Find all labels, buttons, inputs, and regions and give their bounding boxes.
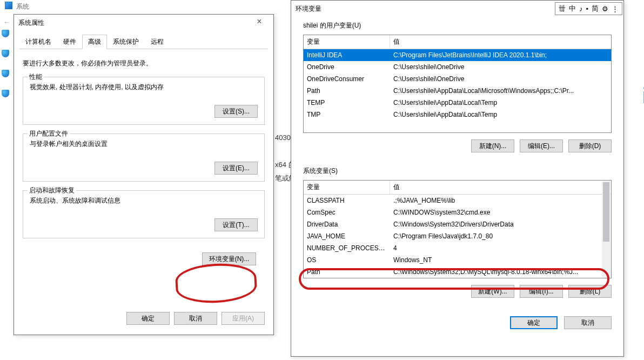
- new-user-var-button[interactable]: 新建(N)...: [471, 139, 514, 152]
- group-performance: 性能 视觉效果, 处理器计划, 内存使用, 以及虚拟内存 设置(S)...: [23, 77, 265, 125]
- shield-icon: [2, 50, 9, 57]
- bg-title: 系统: [16, 2, 29, 11]
- ime-item[interactable]: ♪: [578, 5, 584, 13]
- user-vars-label: shilei 的用户变量(U): [303, 21, 612, 30]
- table-row[interactable]: JAVA_HOMEC:\Program Files\Java\jdk1.7.0_…: [304, 230, 611, 242]
- environment-variables-dialog: 环境变量 丗中♪•简⚙⋮ shilei 的用户变量(U) 变量 值 Intell…: [291, 0, 624, 357]
- table-row[interactable]: OneDriveC:\Users\shilei\OneDrive: [304, 61, 611, 73]
- cell-val: C:\WINDOWS\system32\cmd.exe: [390, 208, 611, 217]
- col-value[interactable]: 值: [390, 35, 611, 49]
- ime-toolbar[interactable]: 丗中♪•简⚙⋮: [555, 2, 622, 15]
- table-body: CLASSPATH.;%JAVA_HOME%\libComSpecC:\WIND…: [304, 195, 611, 278]
- ime-item[interactable]: ⚙: [601, 5, 609, 13]
- table-row[interactable]: DriverDataC:\Windows\System32\Drivers\Dr…: [304, 218, 611, 230]
- sys-vars-table[interactable]: 变量 值 CLASSPATH.;%JAVA_HOME%\libComSpecC:…: [303, 180, 612, 278]
- close-icon[interactable]: ×: [250, 15, 269, 30]
- ime-item[interactable]: 简: [591, 4, 600, 14]
- ime-item[interactable]: 丗: [558, 4, 567, 14]
- table-row[interactable]: ComSpecC:\WINDOWS\system32\cmd.exe: [304, 206, 611, 218]
- ok-button[interactable]: 确定: [510, 316, 558, 329]
- cell-val: C:\Windows\System32;D:\MySQL\mysql-8.0.1…: [390, 267, 611, 277]
- tab-0[interactable]: 计算机名: [19, 35, 57, 49]
- cell-val: C:\Users\shilei\AppData\Local\Microsoft\…: [390, 86, 611, 96]
- cell-var: OneDriveConsumer: [304, 74, 390, 84]
- delete-user-var-button[interactable]: 删除(D): [568, 139, 612, 152]
- table-row[interactable]: IntelliJ IDEAC:\Program Files\JetBrains\…: [304, 49, 611, 61]
- cell-var: Path: [304, 267, 390, 277]
- tab-1[interactable]: 硬件: [57, 35, 82, 49]
- table-row[interactable]: OSWindows_NT: [304, 254, 611, 266]
- dialog-title: 环境变量: [296, 1, 321, 17]
- group-startup-recovery: 启动和故障恢复 系统启动、系统故障和调试信息 设置(T)...: [23, 190, 265, 238]
- delete-sys-var-button[interactable]: 删除(L): [568, 285, 612, 298]
- cell-val: C:\Program Files\JetBrains\IntelliJ IDEA…: [390, 50, 611, 60]
- edit-user-var-button[interactable]: 编辑(E)...: [520, 139, 563, 152]
- col-value[interactable]: 值: [390, 181, 611, 194]
- tab-strip: 计算机名硬件高级系统保护远程: [19, 34, 268, 49]
- system-properties-dialog: 系统属性 × 计算机名硬件高级系统保护远程 要进行大多数更改，你必须作为管理员登…: [14, 14, 274, 335]
- group-user-profile: 用户配置文件 与登录帐户相关的桌面设置 设置(E)...: [23, 134, 265, 182]
- system-variables-section: 系统变量(S) 变量 值 CLASSPATH.;%JAVA_HOME%\libC…: [291, 162, 623, 298]
- user-variables-section: shilei 的用户变量(U) 变量 值 IntelliJ IDEAC:\Pro…: [291, 17, 623, 152]
- table-row[interactable]: OneDriveConsumerC:\Users\shilei\OneDrive: [304, 73, 611, 85]
- scrollbar[interactable]: [602, 181, 611, 277]
- sys-vars-label: 系统变量(S): [303, 166, 612, 176]
- cell-var: TMP: [304, 110, 390, 119]
- cell-val: .;%JAVA_HOME%\lib: [390, 196, 611, 205]
- startup-settings-button[interactable]: 设置(T)...: [214, 218, 258, 231]
- cancel-button[interactable]: 取消: [174, 312, 217, 325]
- table-row[interactable]: CLASSPATH.;%JAVA_HOME%\lib: [304, 195, 611, 206]
- ok-button[interactable]: 确定: [126, 312, 170, 325]
- back-arrow[interactable]: ←: [3, 18, 11, 26]
- scroll-thumb[interactable]: [603, 182, 609, 242]
- cell-var: IntelliJ IDEA: [304, 50, 390, 60]
- system-icon: [5, 2, 12, 9]
- table-row[interactable]: NUMBER_OF_PROCESSORS4: [304, 242, 611, 254]
- cell-val: C:\Users\shilei\AppData\Local\Temp: [390, 98, 611, 108]
- environment-variables-button[interactable]: 环境变量(N)...: [202, 252, 256, 265]
- dialog-titlebar[interactable]: 系统属性 ×: [14, 15, 273, 31]
- cell-val: C:\Users\shilei\OneDrive: [390, 62, 611, 72]
- table-body: IntelliJ IDEAC:\Program Files\JetBrains\…: [304, 49, 611, 121]
- group-desc: 与登录帐户相关的桌面设置: [30, 139, 258, 149]
- dialog-title: 系统属性: [18, 15, 44, 31]
- cancel-button[interactable]: 取消: [564, 316, 612, 329]
- table-row[interactable]: TMPC:\Users\shilei\AppData\Local\Temp: [304, 109, 611, 121]
- cell-var: TEMP: [304, 98, 390, 108]
- cell-var: CLASSPATH: [304, 196, 390, 205]
- shield-icon: [2, 90, 9, 97]
- sys-vars-buttons: 新建(W)... 编辑(I)... 删除(L): [303, 285, 612, 298]
- tab-2[interactable]: 高级: [82, 35, 107, 49]
- ime-item[interactable]: 中: [568, 4, 577, 14]
- ime-item[interactable]: •: [585, 5, 589, 13]
- group-title: 性能: [28, 72, 44, 82]
- cell-val: 4: [390, 243, 611, 253]
- new-sys-var-button[interactable]: 新建(W)...: [471, 285, 514, 298]
- table-header[interactable]: 变量 值: [304, 35, 611, 49]
- user-vars-table[interactable]: 变量 值 IntelliJ IDEAC:\Program Files\JetBr…: [303, 35, 612, 133]
- col-variable[interactable]: 变量: [304, 181, 390, 194]
- cell-var: ComSpec: [304, 208, 390, 217]
- apply-button: 应用(A): [222, 312, 265, 325]
- dialog-buttons: 确定 取消 应用(A): [118, 306, 273, 330]
- nav-strip: ←: [0, 16, 11, 99]
- tab-content: 要进行大多数更改，你必须作为管理员登录。 性能 视觉效果, 处理器计划, 内存使…: [14, 49, 273, 276]
- table-row[interactable]: TEMPC:\Users\shilei\AppData\Local\Temp: [304, 97, 611, 109]
- shield-icon: [2, 30, 9, 37]
- ime-item[interactable]: ⋮: [611, 5, 620, 13]
- col-variable[interactable]: 变量: [304, 35, 390, 49]
- tab-3[interactable]: 系统保护: [107, 35, 145, 49]
- table-row[interactable]: PathC:\Windows\System32;D:\MySQL\mysql-8…: [304, 266, 611, 278]
- edit-sys-var-button[interactable]: 编辑(I)...: [520, 285, 563, 298]
- profile-settings-button[interactable]: 设置(E)...: [214, 162, 258, 175]
- tab-4[interactable]: 远程: [145, 35, 170, 49]
- perf-settings-button[interactable]: 设置(S)...: [214, 105, 258, 118]
- table-row[interactable]: PathC:\Users\shilei\AppData\Local\Micros…: [304, 85, 611, 97]
- group-desc: 视觉效果, 处理器计划, 内存使用, 以及虚拟内存: [30, 83, 258, 92]
- group-title: 启动和故障恢复: [28, 186, 76, 195]
- group-title: 用户配置文件: [28, 129, 70, 138]
- user-vars-buttons: 新建(N)... 编辑(E)... 删除(D): [303, 139, 612, 152]
- group-desc: 系统启动、系统故障和调试信息: [30, 196, 258, 205]
- table-header[interactable]: 变量 值: [304, 181, 611, 195]
- cell-var: Path: [304, 86, 390, 96]
